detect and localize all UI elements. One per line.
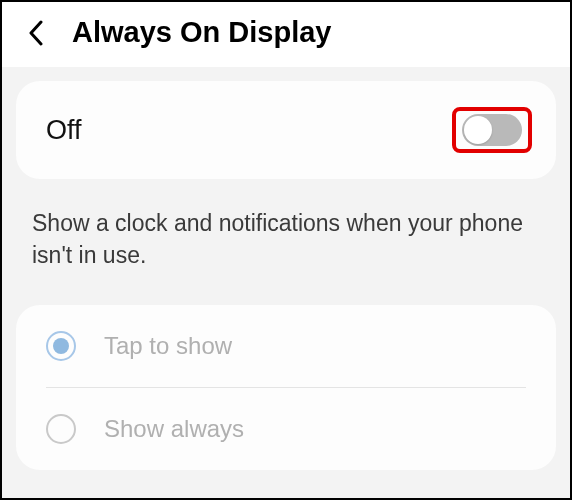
master-toggle-card: Off — [16, 81, 556, 179]
option-label: Tap to show — [104, 332, 232, 360]
radio-icon — [46, 331, 76, 361]
page-title: Always On Display — [72, 16, 332, 49]
radio-icon — [46, 414, 76, 444]
option-tap-to-show[interactable]: Tap to show — [46, 305, 526, 388]
master-toggle-switch[interactable] — [462, 114, 522, 146]
back-icon[interactable] — [22, 19, 50, 47]
display-mode-options: Tap to show Show always — [16, 305, 556, 470]
toggle-state-label: Off — [46, 115, 82, 146]
option-label: Show always — [104, 415, 244, 443]
option-show-always[interactable]: Show always — [46, 388, 526, 470]
radio-dot-icon — [53, 338, 69, 354]
switch-thumb — [464, 116, 492, 144]
feature-description: Show a clock and notifications when your… — [2, 179, 570, 305]
header-bar: Always On Display — [2, 2, 570, 67]
highlight-annotation — [452, 107, 532, 153]
